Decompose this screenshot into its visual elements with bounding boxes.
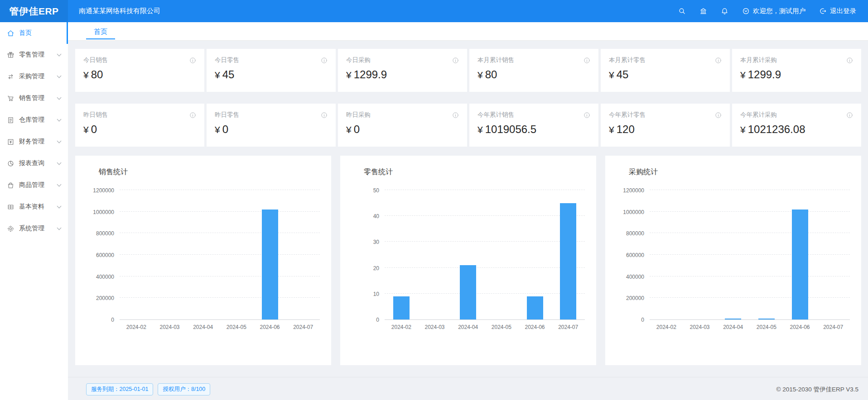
y-axis-tick: 10	[373, 291, 379, 297]
logout-button[interactable]: 退出登录	[819, 7, 856, 15]
stat-card-header: 本月累计销售	[477, 56, 590, 64]
sidebar-item-cart[interactable]: 销售管理	[0, 87, 68, 109]
home-icon	[7, 29, 14, 37]
stat-card-value: ¥1021236.08	[740, 123, 853, 136]
info-icon[interactable]	[189, 57, 196, 64]
welcome-text: 欢迎您，测试用户	[753, 7, 805, 15]
info-icon[interactable]	[846, 57, 853, 64]
x-axis: 2024-022024-032024-042024-052024-062024-…	[385, 324, 585, 330]
x-axis-label: 2024-02	[385, 324, 418, 330]
info-icon[interactable]	[583, 112, 590, 119]
stat-card-value: ¥120	[609, 123, 722, 136]
sidebar-item-document[interactable]: 仓库管理	[0, 109, 68, 131]
stat-card-value: ¥0	[83, 123, 196, 136]
x-axis-label: 2024-06	[253, 324, 287, 330]
bar-slot	[518, 190, 552, 319]
bar	[460, 265, 476, 319]
company-name: 南通某某网络科技有限公司	[79, 7, 160, 15]
y-axis-tick: 200000	[626, 295, 644, 301]
info-icon[interactable]	[452, 112, 459, 119]
y-axis-tick: 0	[111, 317, 114, 323]
x-axis-label: 2024-07	[816, 324, 850, 330]
info-icon[interactable]	[583, 57, 590, 64]
stat-card: 今日销售¥80	[75, 49, 204, 92]
plot-area	[120, 190, 320, 320]
currency-symbol: ¥	[215, 70, 220, 80]
info-icon[interactable]	[321, 112, 328, 119]
currency-symbol: ¥	[477, 124, 483, 135]
chart-body: 0200000400000600000800000100000012000002…	[605, 190, 850, 330]
sidebar-item-label: 销售管理	[19, 94, 44, 102]
x-axis-label: 2024-02	[650, 324, 683, 330]
stat-amount: 80	[91, 68, 103, 81]
gift-icon	[7, 51, 14, 59]
bag-icon	[7, 181, 14, 189]
stat-card-label: 昨日零售	[215, 111, 239, 119]
stat-card-label: 今日零售	[215, 56, 239, 64]
info-icon[interactable]	[715, 57, 722, 64]
stat-amount: 120	[617, 123, 635, 135]
chevron-down-icon	[57, 117, 62, 121]
sidebar-item-gift[interactable]: 零售管理	[0, 44, 68, 66]
sidebar-item-bag[interactable]: 商品管理	[0, 174, 68, 196]
sidebar-item-gear[interactable]: 系统管理	[0, 218, 68, 239]
stat-card: 今年累计采购¥1021236.08	[732, 104, 861, 147]
bell-icon[interactable]	[721, 7, 728, 15]
stat-card-header: 今日零售	[215, 56, 328, 64]
currency-symbol: ¥	[83, 70, 89, 80]
bar-series	[385, 190, 585, 319]
bar-slot	[485, 190, 518, 319]
y-axis-tick: 400000	[96, 274, 114, 280]
stat-card-label: 昨日采购	[346, 111, 371, 119]
stat-card: 本月累计零售¥45	[601, 49, 730, 92]
bar-slot	[186, 190, 220, 319]
stat-card-value: ¥0	[215, 123, 328, 136]
plot-wrap: 2024-022024-032024-042024-052024-062024-…	[650, 190, 850, 330]
sidebar-item-grid[interactable]: 基本资料	[0, 196, 68, 218]
stat-card-label: 本月累计零售	[609, 56, 646, 64]
info-icon[interactable]	[321, 57, 328, 64]
sidebar-item-sync[interactable]: 采购管理	[0, 66, 68, 87]
bar-slot	[153, 190, 187, 319]
bar-slot	[385, 190, 418, 319]
info-icon[interactable]	[846, 112, 853, 119]
plot-wrap: 2024-022024-032024-042024-052024-062024-…	[120, 190, 320, 330]
document-icon	[7, 116, 14, 124]
stat-card: 今日采购¥1299.9	[338, 49, 467, 92]
search-icon[interactable]	[678, 7, 686, 15]
stat-card-header: 今日销售	[83, 56, 196, 64]
down-circle-icon	[742, 7, 750, 15]
bank-icon[interactable]	[699, 7, 707, 15]
stat-amount: 45	[617, 68, 629, 81]
sidebar-item-pie-chart[interactable]: 报表查询	[0, 152, 68, 174]
app-logo: 管伊佳ERP	[0, 0, 68, 22]
x-axis: 2024-022024-032024-042024-052024-062024-…	[120, 324, 320, 330]
user-menu[interactable]: 欢迎您，测试用户	[742, 7, 805, 15]
info-icon[interactable]	[189, 112, 196, 119]
chart-title: 销售统计	[99, 167, 320, 177]
sidebar-item-home[interactable]: 首页	[0, 22, 68, 44]
logout-icon	[819, 7, 827, 15]
chart-retail: 零售统计010203040502024-022024-032024-042024…	[340, 156, 596, 365]
sidebar-item-label: 报表查询	[19, 159, 44, 167]
sidebar-item-label: 系统管理	[19, 224, 44, 233]
chart-title: 零售统计	[364, 167, 585, 177]
y-axis-tick: 400000	[626, 274, 644, 280]
info-icon[interactable]	[715, 112, 722, 119]
stat-amount: 0	[222, 123, 228, 135]
tab-home[interactable]: 首页	[86, 24, 115, 39]
x-axis-label: 2024-05	[485, 324, 518, 330]
sidebar-item-ledger[interactable]: 财务管理	[0, 131, 68, 152]
stat-amount: 0	[354, 123, 360, 135]
plot-wrap: 2024-022024-032024-042024-052024-062024-…	[385, 190, 585, 330]
bar-slot	[220, 190, 253, 319]
y-axis-tick: 1200000	[93, 187, 114, 194]
bar-slot	[650, 190, 683, 319]
sidebar: 首页零售管理采购管理销售管理仓库管理财务管理报表查询商品管理基本资料系统管理	[0, 22, 68, 400]
stat-card-header: 昨日采购	[346, 111, 459, 119]
info-icon[interactable]	[452, 57, 459, 64]
chevron-down-icon	[57, 95, 62, 100]
bar-slot	[551, 190, 585, 319]
sidebar-item-label: 商品管理	[19, 181, 44, 189]
sidebar-item-label: 基本资料	[19, 203, 44, 211]
